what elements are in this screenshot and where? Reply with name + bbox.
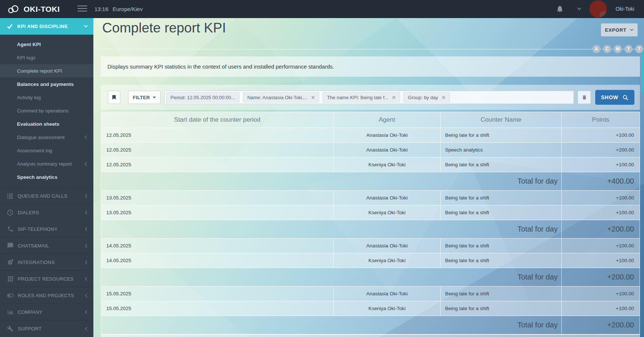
sidebar-item-balances-and-payments[interactable]: Balances and payments [0,77,93,91]
table-row: 15.05.2025Anastasia Oki-TokiBeing late f… [101,286,640,301]
filter-chip-name[interactable]: Name: Anastasia Oki-Toki,...× [243,92,319,103]
main-content: Complete report KPI EXPORT ACMTT Display… [93,18,644,337]
sidebar-item-analysis-summary-report[interactable]: Analysis summary report [0,157,93,170]
scrollbar-thumb[interactable] [641,52,644,93]
sidebar-section-support[interactable]: SUPPORT [0,320,93,337]
total-label: Total for day [101,172,562,190]
show-button[interactable]: SHOW [595,90,634,105]
table-row: 15.05.2025Kseniya Oki-TokiBeing late for… [101,301,640,316]
table-row: 12.05.2025Kseniya Oki-TokiBeing late for… [101,157,640,172]
sidebar-item-speech-analytics[interactable]: Speech analytics [0,170,93,184]
sidebar-item-activity-log[interactable]: Activity log [0,91,93,104]
sidebar-item-label: Balances and payments [17,81,74,87]
total-label: Total for day [101,316,562,334]
phone-icon [6,225,14,233]
sidebar-section-integrations[interactable]: INTEGRATIONS [0,254,93,270]
chevron-left-icon [85,310,88,314]
cell-points: +100.00 [562,157,640,172]
table-row: 13.05.2025Kseniya Oki-TokiBeing late for… [101,205,640,220]
chip-close-icon[interactable]: × [392,94,396,101]
filter-chip-period[interactable]: Period: 12.05.2025 00:00:00... [166,92,240,103]
info-banner: Displays summary KPI statistics in the c… [101,56,640,77]
cell-agent: Anastasia Oki-Toki [334,191,441,205]
cell-agent: Anastasia Oki-Toki [334,128,441,142]
sidebar-item-assessment-log[interactable]: Assessment log [0,144,93,157]
filter-input[interactable]: Period: 12.05.2025 00:00:00...Name: Anas… [164,91,574,104]
filter-bar: FILTER Period: 12.05.2025 00:00:00...Nam… [101,85,640,110]
sidebar-item-agent-kpi[interactable]: Agent KPI [0,38,93,51]
bookmark-button[interactable] [108,91,120,104]
sidebar-section-dialers[interactable]: DIALERS [0,204,93,220]
filter-chip-label: Period: 12.05.2025 00:00:00... [171,95,235,100]
export-button[interactable]: EXPORT [601,23,638,37]
sidebar-section-label: SIP-TELEPHONY [18,226,85,232]
sidebar-section-roles-and-projects[interactable]: ROLES AND PROJECTS [0,287,93,303]
sidebar-section-label: COMPANY [18,309,85,315]
sidebar-item-complete-report-kpi[interactable]: Complete report KPI [0,64,93,77]
filter-chip-group[interactable]: Group: by day× [403,92,450,103]
cell-date: 12.05.2025 [101,143,334,157]
filter-dropdown-button[interactable]: FILTER [128,91,161,104]
menu-toggle-button[interactable] [78,6,87,13]
sidebar-section-kpi-and-discipline[interactable]: KPI AND DISCIPLINE [0,18,93,35]
sidebar-section-project-resources[interactable]: PROJECT RESOURCES [0,270,93,287]
sidebar-section-queues-and-calls[interactable]: QUEUES AND CALLS [0,187,93,204]
chip-close-icon[interactable]: × [442,94,445,101]
table-next-row-partial [101,334,640,337]
letter-badge-c-1[interactable]: C [603,45,611,53]
sidebar-item-dialogue-assessment[interactable]: Dialogue assessment [0,131,93,144]
cell-agent: Kseniya Oki-Toki [334,205,441,220]
sidebar-item-label: Agent KPI [17,42,41,47]
cell-counter: Being late for a shift [441,301,562,316]
sidebar-item-commed-by-operations[interactable]: Commed by operations [0,104,93,117]
user-avatar[interactable] [589,0,607,18]
sidebar-subnav: Agent KPIKPI logsComplete report KPIBala… [0,35,93,187]
notifications-bell-icon[interactable] [556,5,564,13]
table-total-row: Total for day+200.00 [101,268,640,286]
filter-chip-the-name-kpi[interactable]: The name KPI: Being late f...× [323,92,400,103]
table-row: 12.05.2025Anastasia Oki-TokiBeing late f… [101,128,640,143]
sidebar-item-evaluation-sheets[interactable]: Evaluation sheets [0,117,93,131]
sidebar-item-kpi-logs[interactable]: KPI logs [0,51,93,64]
cell-agent: Kseniya Oki-Toki [334,157,441,172]
table-total-row: Total for day+400.00 [101,172,640,191]
cell-date: 13.05.2025 [101,205,334,220]
cell-date: 15.05.2025 [101,286,334,301]
filter-chip-label: Name: Anastasia Oki-Toki,... [247,95,307,100]
letter-badge-t-3[interactable]: T [624,45,633,53]
cell-date: 12.05.2025 [101,157,334,172]
user-menu-chevron-icon[interactable] [576,7,582,11]
sidebar-section-label: ROLES AND PROJECTS [18,293,85,298]
chevron-left-icon [84,135,87,139]
check-icon [7,23,13,29]
logo[interactable]: OKI-TOKI [7,0,60,18]
cell-points: +100.00 [562,191,640,205]
cell-counter: Being late for a shift [441,191,562,205]
kpi-table: Start date of the counter periodAgentCou… [101,112,640,334]
avatar-sub-circle [599,11,607,18]
table-row: 13.05.2025Anastasia Oki-TokiBeing late f… [101,191,640,205]
cell-agent: Anastasia Oki-Toki [334,286,441,301]
letter-badge-m-2[interactable]: M [614,45,622,53]
sidebar-section-sip-telephony[interactable]: SIP-TELEPHONY [0,220,93,237]
clock-time: 13:16 [94,0,109,18]
sidebar-item-label: KPI logs [17,55,35,60]
show-button-label: SHOW [601,94,619,100]
sidebar-section-chats-mail[interactable]: CHATS&MAIL [0,237,93,254]
table-total-row: Total for day+200.00 [101,316,640,334]
cell-counter: Speech analytics [441,143,562,157]
username[interactable]: Oki-Toki [616,0,634,18]
clock-icon [6,208,14,216]
clear-filters-button[interactable] [578,91,591,104]
search-icon [622,94,628,101]
column-header-points: Points [562,112,640,128]
total-label: Total for day [101,268,562,286]
cell-date: 14.05.2025 [101,239,334,253]
sidebar-section-company[interactable]: COMPANY [0,303,93,320]
filter-chip-label: The name KPI: Being late f... [327,95,388,100]
letter-badge-a-0[interactable]: A [592,45,600,53]
chat-icon [6,242,14,250]
chevron-left-icon [85,293,88,298]
chip-close-icon[interactable]: × [311,94,315,101]
cell-agent: Kseniya Oki-Toki [334,301,441,316]
